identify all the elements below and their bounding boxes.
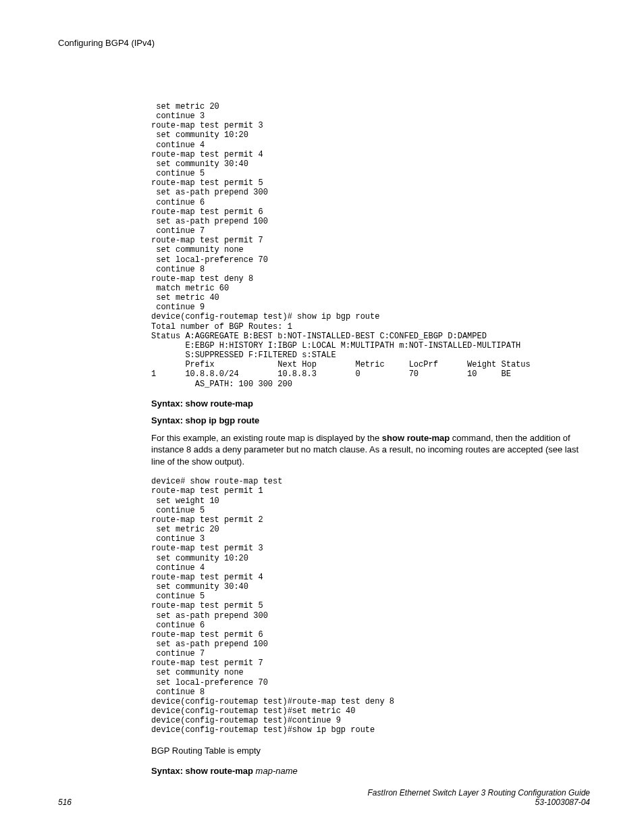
syntax-command: show route-map xyxy=(186,398,253,409)
syntax-label: Syntax: xyxy=(151,766,186,776)
syntax-line-3: Syntax: show route-map map-name xyxy=(151,766,590,776)
footer-doc-id: 53-1003087-04 xyxy=(367,798,590,807)
paragraph-1: For this example, an existing route map … xyxy=(151,432,590,468)
code-block-1: set metric 20 continue 3 route-map test … xyxy=(151,102,590,389)
main-content: set metric 20 continue 3 route-map test … xyxy=(151,102,590,776)
page-footer: 516 FastIron Ethernet Switch Layer 3 Rou… xyxy=(58,788,590,807)
syntax-label: Syntax: xyxy=(151,415,186,425)
syntax-line-2: Syntax: shop ip bgp route xyxy=(151,415,590,425)
footer-doc-title: FastIron Ethernet Switch Layer 3 Routing… xyxy=(367,788,590,798)
code-block-2: device# show route-map test route-map te… xyxy=(151,477,590,735)
page-number: 516 xyxy=(58,798,72,807)
para-bold: show route-map xyxy=(382,433,450,443)
para-text: For this example, an existing route map … xyxy=(151,433,382,443)
syntax-line-1: Syntax: show route-map xyxy=(151,398,590,409)
syntax-command: show route-map xyxy=(186,766,253,776)
running-head: Configuring BGP4 (IPv4) xyxy=(58,38,590,48)
syntax-arg: map-name xyxy=(253,766,298,776)
syntax-command: shop ip bgp route xyxy=(186,415,260,425)
paragraph-2: BGP Routing Table is empty xyxy=(151,745,590,757)
syntax-label: Syntax: xyxy=(151,398,186,409)
